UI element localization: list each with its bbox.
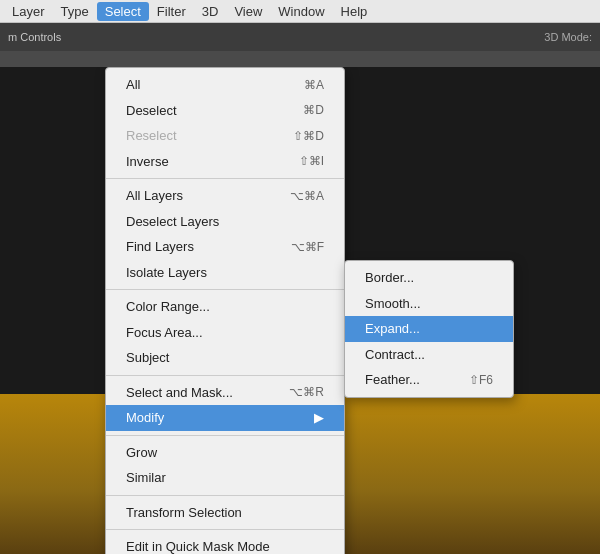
menu-item-color-range[interactable]: Color Range... [106, 294, 344, 320]
menu-item-all[interactable]: All ⌘A [106, 72, 344, 98]
menu-item-all-layers[interactable]: All Layers ⌥⌘A [106, 183, 344, 209]
submenu-arrow: ▶ [314, 408, 324, 428]
menu-item-similar[interactable]: Similar [106, 465, 344, 491]
menu-item-quick-mask[interactable]: Edit in Quick Mask Mode [106, 534, 344, 554]
select-dropdown-menu: All ⌘A Deselect ⌘D Reselect ⇧⌘D Inverse … [105, 67, 345, 554]
menubar-item-select[interactable]: Select [97, 2, 149, 21]
menu-item-reselect: Reselect ⇧⌘D [106, 123, 344, 149]
separator-6 [106, 529, 344, 530]
toolbar: m Controls 3D Mode: [0, 23, 600, 51]
submenu-item-contract[interactable]: Contract... [345, 342, 513, 368]
menu-item-inverse[interactable]: Inverse ⇧⌘I [106, 149, 344, 175]
toolbar-3d-mode: 3D Mode: [544, 31, 592, 43]
menu-item-isolate-layers[interactable]: Isolate Layers [106, 260, 344, 286]
toolbar-label: m Controls [8, 31, 61, 43]
separator-5 [106, 495, 344, 496]
menu-item-deselect-layers[interactable]: Deselect Layers [106, 209, 344, 235]
menubar-item-filter[interactable]: Filter [149, 2, 194, 21]
submenu-item-smooth[interactable]: Smooth... [345, 291, 513, 317]
submenu-item-border[interactable]: Border... [345, 265, 513, 291]
separator-1 [106, 178, 344, 179]
dropdown-wrapper: All ⌘A Deselect ⌘D Reselect ⇧⌘D Inverse … [105, 67, 345, 554]
menu-item-focus-area[interactable]: Focus Area... [106, 320, 344, 346]
canvas-area: All ⌘A Deselect ⌘D Reselect ⇧⌘D Inverse … [0, 67, 600, 554]
menubar-item-help[interactable]: Help [333, 2, 376, 21]
menubar-item-type[interactable]: Type [53, 2, 97, 21]
menu-item-grow[interactable]: Grow [106, 440, 344, 466]
menubar: Layer Type Select Filter 3D View Window … [0, 0, 600, 23]
menubar-item-layer[interactable]: Layer [4, 2, 53, 21]
modify-submenu: Border... Smooth... Expand... Contract..… [344, 260, 514, 398]
menu-item-subject[interactable]: Subject [106, 345, 344, 371]
menubar-item-3d[interactable]: 3D [194, 2, 227, 21]
menubar-item-window[interactable]: Window [270, 2, 332, 21]
menu-item-deselect[interactable]: Deselect ⌘D [106, 98, 344, 124]
menu-item-select-and-mask[interactable]: Select and Mask... ⌥⌘R [106, 380, 344, 406]
menubar-item-view[interactable]: View [226, 2, 270, 21]
separator-3 [106, 375, 344, 376]
menu-item-transform-selection[interactable]: Transform Selection [106, 500, 344, 526]
submenu-item-expand[interactable]: Expand... [345, 316, 513, 342]
separator-2 [106, 289, 344, 290]
submenu-item-feather[interactable]: Feather... ⇧F6 [345, 367, 513, 393]
menu-item-find-layers[interactable]: Find Layers ⌥⌘F [106, 234, 344, 260]
ruler [0, 51, 600, 67]
separator-4 [106, 435, 344, 436]
menu-item-modify[interactable]: Modify ▶ [106, 405, 344, 431]
